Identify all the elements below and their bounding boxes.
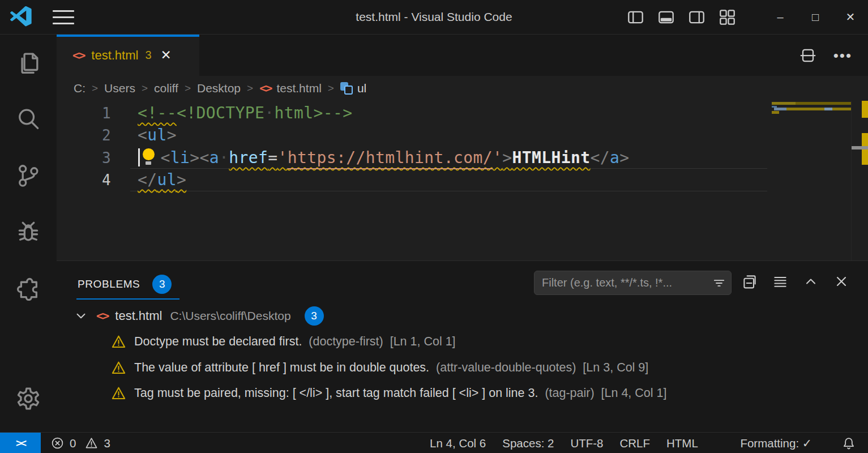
sidebar-item-search[interactable] [0, 99, 56, 139]
check-icon: ✓ [802, 437, 812, 450]
window-title: test.html - Visual Studio Code [0, 0, 868, 34]
problems-panel: PROBLEMS 3 [57, 260, 868, 433]
code-token: html>--> [274, 104, 352, 122]
status-indentation[interactable]: Spaces: 2 [502, 437, 554, 450]
tab-test-html[interactable]: <> test.html 3 ✕ [57, 35, 199, 76]
sidebar-item-source-control[interactable] [0, 156, 56, 195]
status-cursor-position[interactable]: Ln 4, Col 6 [430, 437, 486, 450]
code-token: </ [138, 170, 157, 189]
code-token: https://htmlhint.com/ [288, 148, 493, 167]
breadcrumb-item-symbol[interactable]: ul [357, 82, 366, 95]
warning-icon [111, 360, 126, 375]
gear-icon [15, 386, 41, 412]
status-error-count: 0 [70, 437, 76, 450]
chevron-down-icon[interactable] [74, 309, 88, 323]
html-file-icon: <> [72, 49, 84, 62]
source-control-icon [15, 163, 41, 189]
problem-message: Doctype must be declared first. [134, 335, 302, 349]
code-token: > [502, 148, 512, 167]
code-token: > [167, 126, 177, 144]
chevron-right-icon: > [92, 82, 98, 95]
ruler-cursor-mark [852, 146, 868, 149]
minimap[interactable] [770, 101, 851, 260]
code-token: <!DOCTYPE [177, 104, 264, 122]
notifications-bell[interactable] [842, 433, 856, 453]
toggle-primary-sidebar-button[interactable] [627, 8, 644, 26]
sidebar-item-settings[interactable] [0, 379, 56, 418]
problem-row[interactable]: Tag must be paired, missing: [ </li> ], … [57, 381, 868, 406]
breadcrumb-item-drive[interactable]: C: [74, 82, 85, 95]
more-actions-icon[interactable]: ••• [833, 47, 852, 64]
breadcrumb-item-folder[interactable]: Desktop [197, 82, 241, 95]
tab-problem-count: 3 [145, 49, 151, 62]
remote-indicator[interactable]: >< [0, 433, 41, 453]
breadcrumb-item-file[interactable]: test.html [276, 82, 321, 95]
code-token: > [190, 148, 199, 167]
breadcrumb-item-user[interactable]: coliff [154, 82, 178, 95]
close-panel-icon[interactable] [833, 273, 849, 289]
customize-layout-button[interactable] [719, 8, 736, 26]
sidebar-item-explorer[interactable] [0, 42, 56, 82]
window-maximize-button[interactable]: □ [798, 0, 833, 34]
tab-label: test.html [91, 48, 138, 63]
code-token: ' [493, 148, 502, 167]
toggle-panel-button[interactable] [657, 8, 675, 26]
filter-icon[interactable] [712, 276, 726, 290]
sidebar-item-run-debug[interactable] [0, 212, 56, 252]
problems-file-row[interactable]: <> test.html C:\Users\coliff\Desktop 3 [57, 304, 868, 328]
tab-problems[interactable]: PROBLEMS 3 [78, 275, 172, 294]
status-eol[interactable]: CRLF [620, 437, 651, 450]
status-encoding[interactable]: UTF-8 [570, 437, 603, 450]
status-formatting[interactable]: Formatting: ✓ [715, 423, 812, 453]
lightbulb-icon[interactable] [143, 148, 155, 165]
code-token: a [610, 148, 619, 167]
code-editor[interactable]: 1<!--<!DOCTYPE·html>-->2<ul>3<li><a·href… [57, 101, 770, 260]
window-close-button[interactable]: ✕ [833, 0, 868, 34]
bell-icon [842, 437, 856, 450]
collapse-all-icon[interactable] [742, 273, 758, 289]
maximize-panel-icon[interactable] [803, 273, 819, 289]
problems-count-badge: 3 [152, 275, 172, 294]
chevron-right-icon: > [328, 82, 334, 95]
code-token: href [229, 148, 268, 167]
status-language[interactable]: HTML [666, 437, 698, 450]
tab-close-icon[interactable]: ✕ [161, 48, 172, 63]
problems-filter-input[interactable] [535, 276, 712, 289]
problem-code-location: (doctype-first) [Ln 1, Col 1] [302, 335, 455, 349]
code-token: </ [591, 148, 610, 167]
view-as-table-icon[interactable] [772, 273, 788, 289]
code-token: ul [157, 170, 177, 189]
warning-icon [111, 386, 126, 401]
problem-row[interactable]: The value of attribute [ href ] must be … [57, 355, 868, 381]
code-token: < [200, 148, 209, 167]
window-minimize-button[interactable]: – [763, 0, 798, 34]
activity-bar [0, 35, 57, 432]
error-icon [51, 437, 64, 450]
problem-message: Tag must be paired, missing: [ </li> ], … [134, 386, 538, 400]
symbol-element-icon [340, 82, 353, 95]
breadcrumb-item-users[interactable]: Users [104, 82, 135, 95]
problems-file-path: C:\Users\coliff\Desktop [170, 309, 290, 323]
status-problems[interactable]: 0 3 [51, 433, 110, 453]
code-line-2[interactable]: 2<ul> [57, 124, 770, 147]
extensions-puzzle-icon [15, 275, 41, 301]
toggle-secondary-sidebar-button[interactable] [688, 8, 705, 26]
code-token: li [170, 148, 190, 167]
code-line-3[interactable]: 3<li><a·href='https://htmlhint.com/'>HTM… [57, 147, 770, 169]
ruler-warning-mark [862, 101, 868, 118]
html-file-icon: <> [96, 309, 108, 323]
code-token: > [177, 170, 186, 189]
code-line-4[interactable]: 4</ul> [57, 169, 770, 191]
code-token: > [619, 148, 629, 167]
line-number: 1 [57, 102, 111, 125]
split-editor-icon[interactable] [799, 47, 816, 64]
code-line-1[interactable]: 1<!--<!DOCTYPE·html>--> [57, 102, 770, 125]
line-number: 3 [57, 147, 111, 169]
overview-ruler[interactable] [851, 101, 868, 260]
breadcrumb: C:> Users> coliff> Desktop> <> test.html… [57, 76, 868, 101]
sidebar-item-extensions[interactable] [0, 268, 56, 307]
code-token: a [209, 148, 219, 167]
tab-bar: <> test.html 3 ✕ ••• [57, 35, 868, 76]
problem-row[interactable]: Doctype must be declared first. (doctype… [57, 329, 868, 354]
status-bar: >< 0 3 Ln 4, Col 6 Spaces: 2 UTF-8 CRLF … [0, 432, 868, 453]
